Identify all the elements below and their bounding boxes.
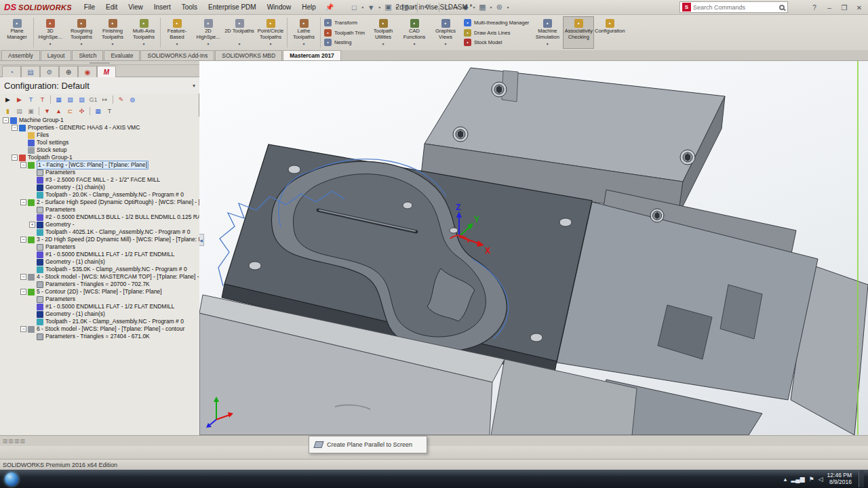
tab-assembly[interactable]: Assembly [1, 50, 40, 60]
ribbon-button-plane-manager[interactable]: ▪Plane Manager [1, 16, 33, 49]
save-icon[interactable]: ▣ [381, 1, 395, 13]
tree-item-4-stock-model-wcs[interactable]: −4 - Stock model - [WCS: MASTERCAM TOP] … [0, 273, 199, 281]
edit-icon[interactable]: ✎ [116, 95, 126, 104]
tree-item-tool-settings[interactable]: Tool settings [0, 139, 199, 146]
ribbon-button-point-circle-toolpaths[interactable]: ▪Point/Circle Toolpaths▾ [255, 16, 286, 49]
restore-button[interactable]: ❐ [837, 1, 852, 14]
configuration-manager-tab-icon[interactable]: ⚙ [40, 66, 59, 77]
menu-tools[interactable]: Tools [176, 0, 203, 14]
ribbon-button-roughing-toolpaths[interactable]: ▪Roughing Toolpaths▾ [66, 16, 97, 49]
menu-insert[interactable]: Insert [149, 0, 176, 14]
close-button[interactable]: ✕ [852, 1, 867, 14]
ribbon-button-configuration[interactable]: ▪Configuration [594, 16, 625, 49]
select-red-icon[interactable]: ▶ [14, 95, 24, 104]
menu-view[interactable]: View [123, 0, 149, 14]
tree-item-1-0-5000-endmill1-fla[interactable]: #1 - 0.5000 ENDMILL1 FLAT - 1/2 FLAT END… [0, 251, 199, 258]
select-black-icon[interactable]: ▶ [3, 95, 13, 104]
verify-icon[interactable]: ▧ [65, 95, 75, 104]
text-cursor-icon[interactable]: T [104, 106, 115, 116]
tree-expand-icon[interactable]: − [12, 155, 18, 161]
search-input[interactable] [693, 4, 776, 11]
menu-window[interactable]: Window [262, 0, 297, 14]
tab-solidworks-mbd[interactable]: SOLIDWORKS MBD [215, 50, 282, 60]
tray-expand-icon[interactable]: ▴ [784, 476, 787, 483]
tree-item-toolpath-535-0k-clam[interactable]: Toolpath - 535.0K - Clamp_Assembly.NC - … [0, 266, 199, 273]
ribbon-button-associativity-checking[interactable]: ▪Associativity Checking [563, 16, 594, 49]
cad-model-canvas[interactable]: Z Y X [199, 61, 868, 435]
tree-item-2-0-5000-endmill3-bul[interactable]: #2 - 0.5000 ENDMILL3 BULL - 1/2 BULL END… [0, 214, 199, 221]
tree-item-2-surface-high-speed[interactable]: −2 - Surface High Speed (Dynamic OptiRou… [0, 199, 199, 206]
simulate-icon[interactable]: ▨ [77, 95, 87, 104]
tab-layout[interactable]: Layout [41, 50, 72, 60]
move-up-icon[interactable]: ▲ [54, 106, 64, 116]
menu-file[interactable]: File [79, 0, 100, 14]
tree-item-1-0-5000-endmill1-fla[interactable]: #1 - 0.5000 ENDMILL1 FLAT - 1/2 FLAT END… [0, 303, 199, 310]
tree-expand-icon[interactable]: − [12, 125, 18, 131]
show-desktop-button[interactable] [859, 470, 864, 487]
help-button[interactable]: ? [807, 1, 822, 14]
highfeed-icon[interactable]: ↦ [100, 95, 110, 104]
move-4way-icon[interactable]: ✣ [77, 106, 87, 116]
configuration-value[interactable]: Default [62, 81, 90, 91]
tree-expand-icon[interactable]: − [20, 326, 26, 332]
tree-item-6-stock-model-wcs[interactable]: −6 - Stock model - [WCS: Plane] - [Tplan… [0, 325, 199, 333]
ribbon-button-feature-based-toolpaths[interactable]: ▪Feature-Based Toolpaths▾ [161, 16, 193, 49]
tree-expand-icon[interactable]: − [20, 237, 26, 243]
pin-icon[interactable]: 📌 [321, 3, 338, 11]
tree-item-3-2-5000-face-mill[interactable]: #3 - 2.5000 FACE MILL - 2 - 1/2" FACE MI… [0, 176, 199, 184]
toolpath-on-icon[interactable]: T [26, 95, 36, 104]
flag-icon[interactable]: ⚑ [809, 476, 814, 483]
mastercam-tab-icon[interactable]: M [97, 66, 116, 77]
tree-item-toolpath-20-0k-clamp[interactable]: Toolpath - 20.0K - Clamp_Assembly.NC - P… [0, 191, 199, 199]
network-icon[interactable]: ▂▄▆ [791, 476, 804, 483]
tree-item-parameters[interactable]: Parameters [0, 243, 199, 251]
ribbon-button-lathe-toolpaths[interactable]: ▪Lathe Toolpaths▾ [288, 16, 319, 49]
tree-expand-icon[interactable]: + [29, 222, 35, 228]
g1-post-icon[interactable]: G1 [88, 95, 98, 104]
ribbon-button-multi-axis-toolpaths[interactable]: ▪Multi-Axis Toolpaths▾ [128, 16, 159, 49]
view-split-icons[interactable]: ▥▥▥▥ [0, 438, 28, 444]
ribbon-button-toolpath-utilities[interactable]: ▪Toolpath Utilities▾ [368, 16, 399, 49]
tree-item-parameters[interactable]: Parameters [0, 206, 199, 214]
property-manager-tab-icon[interactable]: ▤ [21, 66, 40, 77]
ribbon-button-draw-axis-lines[interactable]: ▪Draw Axis Lines [464, 28, 529, 37]
ribbon-button-toolpath-trim[interactable]: ▪Toolpath Trim [324, 28, 365, 37]
tree-item-stock-setup[interactable]: Stock setup [0, 146, 199, 154]
ribbon-button-2d-highspe[interactable]: ▪2D HighSpe...▾ [193, 16, 224, 49]
graphics-viewport[interactable]: Z Y X ◀ [199, 61, 868, 435]
volume-icon[interactable]: ◁ [818, 476, 823, 483]
tab-mastercam-2017[interactable]: Mastercam 2017 [283, 50, 341, 60]
tree-item-files[interactable]: Files [0, 131, 199, 139]
tab-evaluate[interactable]: Evaluate [104, 50, 140, 60]
tree-item-toolpath-4025-1k-cla[interactable]: Toolpath - 4025.1K - Clamp_Assembly.NC -… [0, 228, 199, 236]
new-document-icon[interactable]: □ [347, 1, 361, 13]
menu-edit[interactable]: Edit [100, 0, 123, 14]
open-document-icon[interactable]: ▼ [364, 1, 378, 13]
ribbon-button-graphics-views[interactable]: ▪Graphics Views▾ [430, 16, 461, 49]
tree-item-toolpath-21-0k-clamp[interactable]: Toolpath - 21.0K - Clamp_Assembly.NC - P… [0, 318, 199, 325]
file-properties-icon[interactable]: ▦ [475, 1, 489, 13]
lock-icon[interactable]: ▮ [3, 106, 13, 116]
tab-sketch[interactable]: Sketch [72, 50, 103, 60]
tree-item-geometry-1-chain-s[interactable]: Geometry - (1) chain(s) [0, 310, 199, 318]
help-icon[interactable]: ◍ [127, 95, 138, 104]
insert-arrow-icon[interactable]: ⊏ [65, 106, 75, 116]
tree-item-geometry-1-chain-s[interactable]: Geometry - (1) chain(s) [0, 184, 199, 191]
figure-icon[interactable]: ▣ [26, 106, 36, 116]
search-commands-box[interactable]: S [679, 1, 788, 13]
backplot-icon[interactable]: ▦ [54, 95, 64, 104]
menu-help[interactable]: Help [296, 0, 321, 14]
tree-expand-icon[interactable]: − [20, 274, 26, 280]
tree-expand-icon[interactable]: − [3, 117, 9, 123]
tree-item-parameters[interactable]: Parameters [0, 169, 199, 176]
tree-expand-icon[interactable]: − [20, 289, 26, 295]
tree-expand-icon[interactable]: − [20, 162, 26, 168]
options-icon[interactable]: ⊚ [492, 1, 506, 13]
tree-expand-icon[interactable]: − [20, 199, 26, 205]
minimize-button[interactable]: – [822, 1, 837, 14]
ribbon-button-cad-functions[interactable]: ▪CAD Functions▾ [399, 16, 430, 49]
ribbon-button-2d-toolpaths[interactable]: ▪2D Toolpaths▾ [224, 16, 255, 49]
toolpath-off-icon[interactable]: T [37, 95, 47, 104]
sheets-icon[interactable]: ▤ [14, 106, 24, 116]
tree-item-parameters-triangles[interactable]: Parameters - Triangles = 20700 - 702.7K [0, 281, 199, 288]
